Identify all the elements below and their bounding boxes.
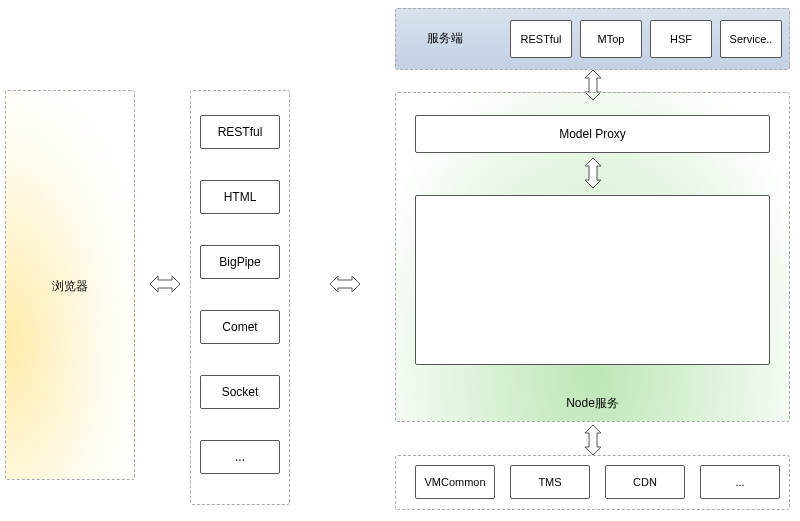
bottom-item-label: TMS (538, 476, 561, 488)
node-inner-box (415, 195, 770, 365)
server-item-label: Service.. (730, 33, 773, 45)
server-item-mtop: MTop (580, 20, 642, 58)
server-item-restful: RESTful (510, 20, 572, 58)
arrow-browser-protocols (150, 273, 180, 295)
bottom-item-cdn: CDN (605, 465, 685, 499)
protocol-item-bigpipe: BigPipe (200, 245, 280, 279)
bottom-item-label: VMCommon (424, 476, 485, 488)
arrow-protocols-node (330, 273, 360, 295)
server-item-label: HSF (670, 33, 692, 45)
protocol-item-restful: RESTful (200, 115, 280, 149)
server-item-label: MTop (598, 33, 625, 45)
node-label: Node服务 (395, 395, 790, 412)
bottom-item-tms: TMS (510, 465, 590, 499)
protocol-label: Comet (222, 320, 257, 334)
protocol-label: BigPipe (219, 255, 260, 269)
browser-label: 浏览器 (5, 278, 135, 295)
protocol-label: Socket (222, 385, 259, 399)
server-label: 服务端 (405, 30, 485, 47)
protocol-label: RESTful (218, 125, 263, 139)
arrow-modelproxy-inner (582, 158, 604, 188)
protocol-item-more: ... (200, 440, 280, 474)
model-proxy-box: Model Proxy (415, 115, 770, 153)
bottom-item-more: ... (700, 465, 780, 499)
server-item-hsf: HSF (650, 20, 712, 58)
bottom-item-vmcommon: VMCommon (415, 465, 495, 499)
protocol-item-html: HTML (200, 180, 280, 214)
model-proxy-label: Model Proxy (559, 127, 626, 141)
server-item-service: Service.. (720, 20, 782, 58)
bottom-item-label: ... (735, 476, 744, 488)
protocol-label: HTML (224, 190, 257, 204)
protocol-label: ... (235, 450, 245, 464)
server-item-label: RESTful (521, 33, 562, 45)
bottom-item-label: CDN (633, 476, 657, 488)
protocol-item-socket: Socket (200, 375, 280, 409)
protocol-item-comet: Comet (200, 310, 280, 344)
arrow-node-bottom (582, 425, 604, 455)
